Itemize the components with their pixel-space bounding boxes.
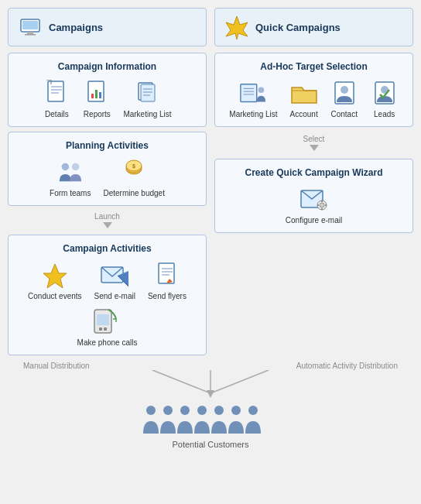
quick-campaigns-header-icon xyxy=(224,15,249,39)
svg-line-53 xyxy=(210,370,269,393)
svg-point-40 xyxy=(258,87,265,93)
quick-campaigns-column: Quick Campaigns Ad-Hoc Target Selection xyxy=(214,8,413,355)
contact-icon xyxy=(330,80,358,108)
account-item[interactable]: Account xyxy=(290,80,318,118)
svg-rect-11 xyxy=(99,92,101,98)
launch-arrow-icon xyxy=(103,222,112,228)
campaigns-title: Campaigns xyxy=(49,22,103,33)
svg-marker-35 xyxy=(226,16,248,39)
send-flyers-label: Send flyers xyxy=(148,292,187,300)
quick-campaigns-header: Quick Campaigns xyxy=(214,8,413,46)
determine-budget-label: Determine budget xyxy=(103,189,165,197)
svg-point-42 xyxy=(341,86,348,94)
marketing-list2-item[interactable]: Marketing List xyxy=(229,80,277,118)
distribution-row: Manual Distribution Automatic Activity D… xyxy=(8,362,413,370)
potential-customers-label: Potential Customers xyxy=(172,440,248,449)
svg-point-57 xyxy=(163,406,173,415)
reports-label: Reports xyxy=(84,110,111,118)
quick-campaign-wizard-title: Create Quick Campaign Wizard xyxy=(223,167,405,178)
customers-section: Potential Customers xyxy=(141,404,280,449)
leads-icon xyxy=(371,80,399,108)
campaign-info-icons: Details Reports xyxy=(16,80,198,118)
determine-budget-icon: $ xyxy=(120,159,148,187)
configure-email-label: Configure e-mail xyxy=(286,216,342,225)
campaign-info-title: Campaign Information xyxy=(16,61,198,72)
svg-text:$: $ xyxy=(132,163,135,170)
svg-marker-55 xyxy=(207,390,214,398)
marketing-list-label: Marketing List xyxy=(123,110,171,118)
svg-point-56 xyxy=(146,406,156,415)
svg-marker-23 xyxy=(43,264,67,288)
adhoc-target-box: Ad-Hoc Target Selection xyxy=(214,53,413,127)
svg-rect-3 xyxy=(25,34,36,36)
marketing-list2-icon xyxy=(239,80,267,108)
contact-label: Contact xyxy=(330,110,357,118)
account-label: Account xyxy=(290,110,318,118)
svg-line-52 xyxy=(152,370,210,393)
configure-email-item[interactable]: Configure e-mail xyxy=(286,186,342,225)
svg-point-59 xyxy=(197,406,207,415)
send-email-item[interactable]: Send e-mail xyxy=(94,262,135,300)
svg-rect-36 xyxy=(241,84,257,102)
form-teams-icon xyxy=(56,159,84,187)
select-arrow: Select xyxy=(214,133,413,153)
svg-rect-13 xyxy=(141,84,155,101)
svg-rect-48 xyxy=(321,201,323,202)
make-phone-calls-icon xyxy=(93,308,121,336)
svg-rect-34 xyxy=(104,327,107,331)
make-phone-calls-label: Make phone calls xyxy=(77,338,138,347)
send-flyers-item[interactable]: Send flyers xyxy=(148,262,187,300)
svg-point-62 xyxy=(248,406,258,415)
form-teams-item[interactable]: Form teams xyxy=(50,159,91,197)
send-flyers-icon xyxy=(153,262,181,290)
form-teams-label: Form teams xyxy=(50,189,91,197)
launch-arrow: Launch xyxy=(8,211,207,230)
marketing-list-icon xyxy=(134,80,162,108)
contact-item[interactable]: Contact xyxy=(330,80,358,118)
reports-item[interactable]: Reports xyxy=(83,80,111,118)
automatic-distribution-label: Automatic Activity Distribution xyxy=(296,362,398,370)
quick-campaigns-title: Quick Campaigns xyxy=(255,22,341,33)
svg-rect-2 xyxy=(27,32,33,34)
svg-point-60 xyxy=(214,406,224,415)
svg-point-18 xyxy=(72,163,79,170)
svg-point-58 xyxy=(180,406,190,415)
leads-label: Leads xyxy=(374,110,395,118)
marketing-list-item[interactable]: Marketing List xyxy=(123,80,171,118)
svg-rect-49 xyxy=(321,208,323,210)
planning-activities-title: Planning Activities xyxy=(16,140,198,151)
details-icon xyxy=(43,80,70,108)
campaigns-header: Campaigns xyxy=(8,8,207,46)
launch-label: Launch xyxy=(94,212,120,221)
adhoc-target-icons: Marketing List Account xyxy=(223,80,405,118)
svg-rect-1 xyxy=(22,21,38,29)
top-section: Campaigns Campaign Information xyxy=(8,8,413,355)
bottom-section: Manual Distribution Automatic Activity D… xyxy=(8,362,413,449)
svg-rect-32 xyxy=(97,314,109,325)
svg-point-17 xyxy=(61,163,68,170)
conduct-events-label: Conduct events xyxy=(28,292,82,300)
adhoc-target-title: Ad-Hoc Target Selection xyxy=(223,61,405,72)
distribution-arrows-svg xyxy=(94,370,327,401)
details-label: Details xyxy=(45,110,69,118)
quick-campaign-wizard-icons: Configure e-mail xyxy=(223,186,405,225)
send-email-icon xyxy=(101,262,128,290)
quick-campaign-wizard-box: Create Quick Campaign Wizard xyxy=(214,159,413,233)
svg-rect-9 xyxy=(91,94,94,98)
make-phone-calls-item[interactable]: Make phone calls xyxy=(77,308,138,347)
determine-budget-item[interactable]: $ Determine budget xyxy=(103,159,165,197)
campaign-activities-box: Campaign Activities Conduct events xyxy=(8,235,207,355)
planning-activities-box: Planning Activities xyxy=(8,132,207,206)
planning-activities-icons: Form teams $ Determi xyxy=(16,159,198,197)
leads-item[interactable]: Leads xyxy=(371,80,399,118)
select-arrow-icon xyxy=(310,145,319,151)
campaign-activities-title: Campaign Activities xyxy=(16,243,198,254)
conduct-events-item[interactable]: Conduct events xyxy=(28,262,82,300)
details-item[interactable]: Details xyxy=(43,80,70,118)
main-container: Campaigns Campaign Information xyxy=(8,8,413,449)
svg-rect-4 xyxy=(48,81,63,101)
marketing-list2-label: Marketing List xyxy=(229,110,277,118)
svg-rect-33 xyxy=(99,327,102,331)
svg-rect-50 xyxy=(317,204,319,206)
select-label: Select xyxy=(303,135,325,143)
